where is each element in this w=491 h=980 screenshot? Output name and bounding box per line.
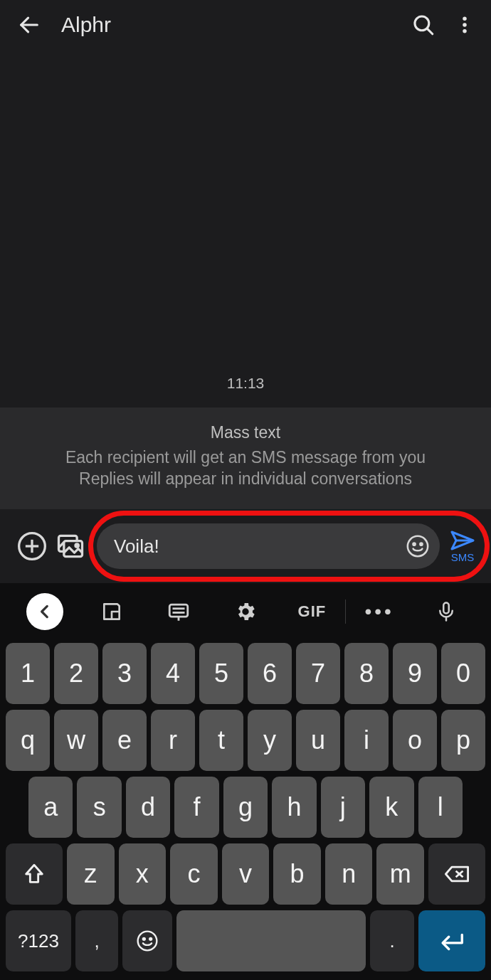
key-t[interactable]: t	[199, 710, 243, 771]
svg-point-24	[138, 932, 157, 951]
key-row-bottom: ?123 , .	[4, 910, 487, 971]
key-3[interactable]: 3	[102, 643, 147, 704]
clipboard-button[interactable]	[145, 600, 212, 624]
backspace-key[interactable]	[428, 843, 485, 905]
key-row-4: zxcvbnm	[4, 843, 487, 905]
key-n[interactable]: n	[325, 843, 373, 905]
key-7[interactable]: 7	[296, 643, 340, 704]
key-a[interactable]: a	[28, 777, 73, 838]
key-2[interactable]: 2	[54, 643, 98, 704]
svg-point-12	[408, 536, 428, 556]
conversation-area[interactable]: 11:13 Mass text Each recipient will get …	[0, 50, 491, 509]
chevron-left-icon	[26, 593, 63, 630]
notice-line-1: Each recipient will get an SMS message f…	[17, 447, 474, 468]
add-attachment-button[interactable]	[13, 527, 51, 565]
notice-line-2: Replies will appear in individual conver…	[17, 468, 474, 489]
key-row-3: asdfghjkl	[4, 777, 487, 838]
key-row-1: 1234567890	[4, 643, 487, 704]
svg-point-14	[420, 543, 422, 545]
key-l[interactable]: l	[418, 777, 463, 838]
enter-key[interactable]	[418, 910, 485, 971]
key-m[interactable]: m	[376, 843, 424, 905]
svg-line-2	[427, 28, 432, 33]
svg-point-3	[463, 17, 467, 21]
key-o[interactable]: o	[393, 710, 437, 771]
key-g[interactable]: g	[223, 777, 268, 838]
message-input[interactable]	[114, 536, 398, 558]
message-input-pill	[97, 523, 440, 569]
key-6[interactable]: 6	[248, 643, 292, 704]
key-f[interactable]: f	[174, 777, 218, 838]
gallery-button[interactable]	[51, 527, 90, 565]
key-u[interactable]: u	[296, 710, 340, 771]
key-x[interactable]: x	[119, 843, 167, 905]
key-r[interactable]: r	[151, 710, 195, 771]
key-w[interactable]: w	[54, 710, 98, 771]
key-row-2: qwertyuiop	[4, 710, 487, 771]
mass-text-notice: Mass text Each recipient will get an SMS…	[0, 408, 491, 509]
messages-app: Alphr 11:13 Mass text Each recipient wil…	[0, 0, 491, 980]
gif-button[interactable]: GIF	[278, 602, 345, 621]
more-options-button[interactable]	[454, 13, 475, 37]
key-9[interactable]: 9	[393, 643, 437, 704]
app-header: Alphr	[0, 0, 491, 50]
send-mode-label: SMS	[451, 551, 475, 563]
period-key[interactable]: .	[370, 910, 414, 971]
svg-point-25	[143, 938, 145, 940]
key-s[interactable]: s	[77, 777, 121, 838]
key-h[interactable]: h	[272, 777, 316, 838]
key-y[interactable]: y	[248, 710, 292, 771]
symbols-key[interactable]: ?123	[6, 910, 71, 971]
search-button[interactable]	[411, 13, 435, 37]
svg-rect-20	[443, 603, 449, 614]
keyboard-more-button[interactable]: •••	[346, 600, 413, 623]
emoji-picker-button[interactable]	[406, 534, 430, 558]
key-v[interactable]: v	[222, 843, 270, 905]
svg-point-13	[413, 543, 415, 545]
svg-point-11	[75, 544, 78, 547]
key-p[interactable]: p	[441, 710, 485, 771]
key-c[interactable]: c	[170, 843, 218, 905]
key-i[interactable]: i	[344, 710, 389, 771]
svg-rect-16	[169, 604, 188, 617]
notice-title: Mass text	[17, 423, 474, 442]
voice-input-button[interactable]	[413, 600, 480, 624]
compose-pill-container: SMS	[97, 523, 482, 569]
key-0[interactable]: 0	[441, 643, 485, 704]
key-1[interactable]: 1	[6, 643, 50, 704]
keyboard-collapse-button[interactable]	[11, 593, 78, 630]
sticker-button[interactable]	[78, 600, 145, 623]
key-e[interactable]: e	[102, 710, 147, 771]
key-b[interactable]: b	[273, 843, 321, 905]
soft-keyboard: GIF ••• 1234567890 qwertyuiop asdfghjkl …	[0, 583, 491, 980]
shift-key[interactable]	[6, 843, 63, 905]
conversation-title[interactable]: Alphr	[61, 13, 411, 37]
key-8[interactable]: 8	[344, 643, 389, 704]
key-z[interactable]: z	[67, 843, 115, 905]
key-k[interactable]: k	[369, 777, 413, 838]
svg-point-4	[463, 23, 467, 27]
emoji-key[interactable]	[122, 910, 172, 971]
svg-point-26	[149, 938, 152, 940]
space-key[interactable]	[176, 910, 366, 971]
comma-key[interactable]: ,	[75, 910, 118, 971]
compose-bar: SMS	[0, 509, 491, 583]
message-timestamp: 11:13	[0, 368, 491, 408]
keyboard-toolbar: GIF •••	[4, 590, 487, 637]
keyboard-settings-button[interactable]	[212, 600, 279, 623]
key-5[interactable]: 5	[199, 643, 243, 704]
send-button[interactable]: SMS	[450, 530, 475, 563]
key-d[interactable]: d	[126, 777, 170, 838]
svg-point-5	[463, 29, 467, 33]
back-button[interactable]	[17, 13, 41, 37]
key-4[interactable]: 4	[151, 643, 195, 704]
key-q[interactable]: q	[6, 710, 50, 771]
key-j[interactable]: j	[321, 777, 365, 838]
